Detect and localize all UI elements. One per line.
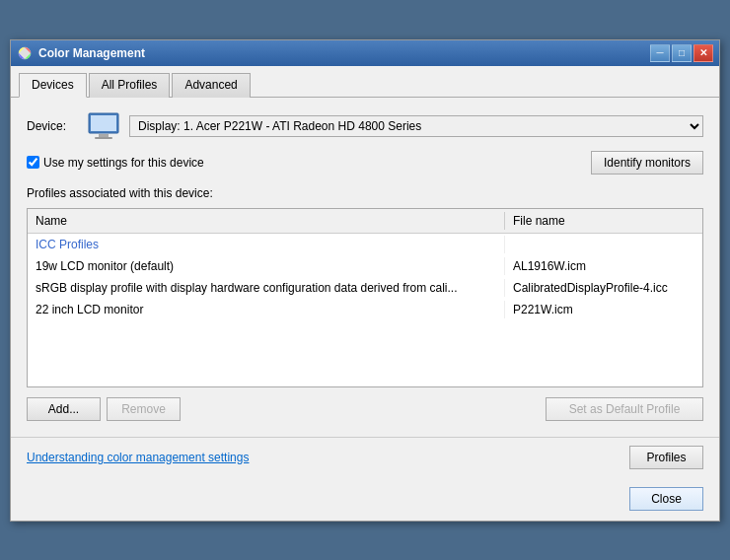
app-icon (17, 45, 33, 61)
tab-content-devices: Device: Display: 1. Acer P221W - ATI Rad… (11, 98, 719, 431)
tab-all-profiles[interactable]: All Profiles (89, 73, 171, 98)
svg-rect-4 (95, 137, 112, 139)
use-settings-checkbox-group: Use my settings for this device (27, 156, 204, 170)
column-header-filename: File name (505, 212, 702, 230)
bottom-left-buttons: Add... Remove (27, 397, 181, 421)
table-row[interactable]: sRGB display profile with display hardwa… (28, 277, 702, 299)
window-title: Color Management (38, 46, 650, 60)
profile-filename: CalibratedDisplayProfile-4.icc (505, 279, 702, 297)
bottom-buttons: Add... Remove Set as Default Profile (27, 397, 703, 421)
profile-name: 19w LCD monitor (default) (28, 257, 505, 275)
profile-filename: AL1916W.icm (505, 257, 702, 275)
maximize-button[interactable]: □ (672, 44, 692, 62)
tab-advanced[interactable]: Advanced (172, 73, 250, 98)
set-default-button[interactable]: Set as Default Profile (546, 397, 703, 421)
icc-group-label: ICC Profiles (28, 236, 505, 253)
minimize-button[interactable]: ─ (650, 44, 670, 62)
profiles-section-label: Profiles associated with this device: (27, 186, 703, 200)
checkbox-row: Use my settings for this device Identify… (27, 151, 703, 175)
profile-name: sRGB display profile with display hardwa… (28, 279, 505, 297)
profile-filename: P221W.icm (505, 301, 702, 318)
svg-rect-3 (99, 134, 109, 137)
device-select[interactable]: Display: 1. Acer P221W - ATI Radeon HD 4… (129, 115, 703, 137)
table-row[interactable]: 19w LCD monitor (default) AL1916W.icm (28, 255, 702, 277)
use-settings-label: Use my settings for this device (43, 156, 204, 170)
table-row[interactable]: 22 inch LCD monitor P221W.icm (28, 299, 702, 320)
column-header-name: Name (28, 212, 505, 230)
tab-devices[interactable]: Devices (19, 73, 87, 98)
window-bottom: Close (11, 479, 719, 521)
identify-monitors-button[interactable]: Identify monitors (591, 151, 703, 175)
window-controls: ─ □ ✕ (650, 44, 713, 62)
title-bar: Color Management ─ □ ✕ (11, 40, 719, 66)
add-button[interactable]: Add... (27, 397, 101, 421)
profiles-button[interactable]: Profiles (629, 446, 703, 469)
remove-button[interactable]: Remove (107, 397, 181, 421)
profiles-table-wrapper: Name File name ICC Profiles 19w LCD moni… (27, 208, 703, 387)
device-row: Device: Display: 1. Acer P221W - ATI Rad… (27, 111, 703, 141)
icc-group-header: ICC Profiles (28, 234, 702, 255)
monitor-icon (86, 111, 121, 141)
profiles-table-header: Name File name (28, 209, 702, 234)
use-settings-checkbox[interactable] (27, 156, 39, 169)
close-button[interactable]: ✕ (694, 44, 713, 62)
tab-bar: Devices All Profiles Advanced (11, 66, 719, 98)
color-management-window: Color Management ─ □ ✕ Devices All Profi… (10, 39, 720, 522)
profiles-table-body: ICC Profiles 19w LCD monitor (default) A… (28, 234, 702, 386)
device-label: Device: (27, 119, 76, 133)
profile-name: 22 inch LCD monitor (28, 301, 505, 318)
footer-row: Understanding color management settings … (11, 437, 719, 479)
svg-rect-2 (91, 115, 116, 131)
understanding-link[interactable]: Understanding color management settings (27, 451, 249, 464)
dialog-close-button[interactable]: Close (629, 487, 703, 511)
